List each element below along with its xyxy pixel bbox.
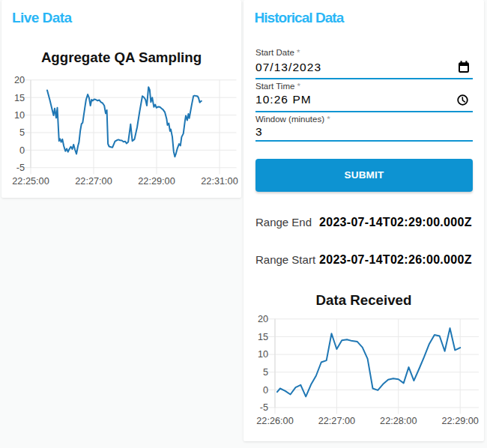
svg-text:0: 0: [19, 145, 25, 156]
svg-text:15: 15: [258, 332, 268, 342]
svg-text:10: 10: [14, 110, 25, 121]
svg-text:20: 20: [258, 314, 268, 324]
svg-text:-5: -5: [260, 402, 268, 413]
svg-text:0: 0: [263, 385, 268, 396]
svg-text:22:29:00: 22:29:00: [138, 176, 175, 187]
svg-text:22:27:00: 22:27:00: [75, 176, 112, 187]
svg-text:-5: -5: [16, 163, 25, 173]
svg-text:5: 5: [263, 367, 268, 378]
svg-text:15: 15: [14, 93, 25, 103]
svg-text:22:27:00: 22:27:00: [318, 416, 355, 426]
svg-text:5: 5: [19, 127, 25, 138]
svg-text:22:29:00: 22:29:00: [442, 416, 479, 426]
svg-text:22:25:00: 22:25:00: [12, 176, 49, 187]
svg-text:22:26:00: 22:26:00: [256, 416, 293, 426]
svg-text:22:31:00: 22:31:00: [201, 176, 238, 187]
svg-text:20: 20: [14, 75, 25, 85]
svg-text:10: 10: [258, 349, 268, 360]
svg-text:22:28:00: 22:28:00: [380, 416, 417, 426]
